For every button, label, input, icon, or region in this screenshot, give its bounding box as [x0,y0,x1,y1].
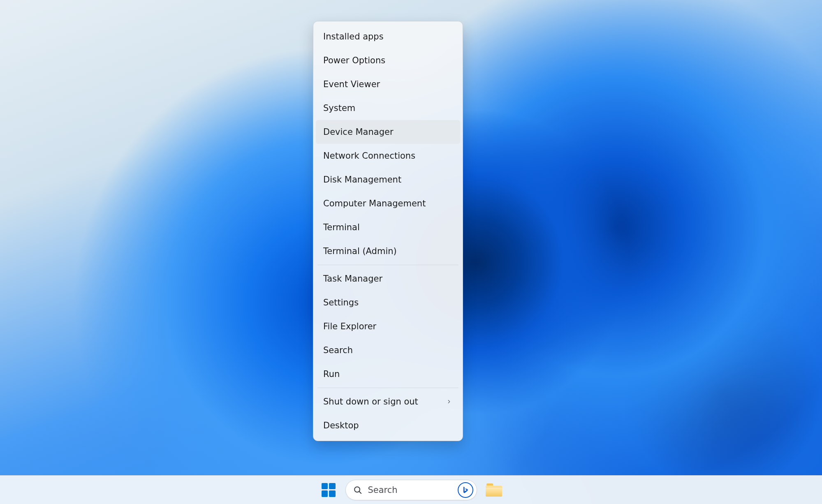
ctx-item-search[interactable]: Search [316,338,460,362]
ctx-item-event-viewer[interactable]: Event Viewer [316,72,460,96]
search-icon [353,486,362,495]
ctx-item-terminal[interactable]: Terminal [316,215,460,239]
ctx-item-network-connections[interactable]: Network Connections [316,144,460,168]
ctx-separator [317,265,458,265]
ctx-item-label: Settings [323,298,359,307]
ctx-item-label: Disk Management [323,175,401,185]
taskbar: Search [0,475,822,504]
ctx-item-device-manager[interactable]: Device Manager [316,120,460,144]
folder-icon [486,483,502,497]
ctx-item-label: Event Viewer [323,79,380,89]
ctx-item-label: Installed apps [323,32,384,42]
ctx-item-label: Shut down or sign out [323,397,418,407]
ctx-item-label: File Explorer [323,321,376,331]
ctx-item-label: Device Manager [323,127,394,137]
chevron-right-icon [445,398,453,405]
ctx-item-installed-apps[interactable]: Installed apps [316,25,460,49]
ctx-item-label: Computer Management [323,199,426,208]
ctx-item-label: Terminal [323,222,360,232]
ctx-item-terminal-admin[interactable]: Terminal (Admin) [316,239,460,263]
ctx-item-label: Search [323,345,353,355]
ctx-item-run[interactable]: Run [316,362,460,386]
ctx-item-label: Desktop [323,421,359,430]
ctx-item-label: Terminal (Admin) [323,246,397,256]
search-placeholder: Search [368,485,452,495]
ctx-item-shut-down-or-sign-out[interactable]: Shut down or sign out [316,390,460,414]
taskbar-file-explorer[interactable] [482,478,506,502]
ctx-item-desktop[interactable]: Desktop [316,414,460,437]
ctx-item-file-explorer[interactable]: File Explorer [316,314,460,338]
ctx-item-label: Task Manager [323,274,382,284]
ctx-item-label: Network Connections [323,151,415,161]
start-context-menu: Installed appsPower OptionsEvent ViewerS… [313,21,463,441]
ctx-item-disk-management[interactable]: Disk Management [316,168,460,192]
ctx-item-task-manager[interactable]: Task Manager [316,267,460,291]
ctx-item-computer-management[interactable]: Computer Management [316,192,460,215]
ctx-item-system[interactable]: System [316,96,460,120]
bing-icon[interactable] [458,482,473,498]
ctx-item-power-options[interactable]: Power Options [316,49,460,72]
svg-line-1 [359,491,361,493]
ctx-item-label: Run [323,369,340,379]
windows-logo-icon [322,483,336,497]
ctx-item-label: System [323,103,355,113]
start-button[interactable] [317,478,340,502]
ctx-item-settings[interactable]: Settings [316,291,460,314]
ctx-item-label: Power Options [323,55,385,65]
taskbar-search[interactable]: Search [345,480,477,500]
ctx-separator [317,388,458,388]
